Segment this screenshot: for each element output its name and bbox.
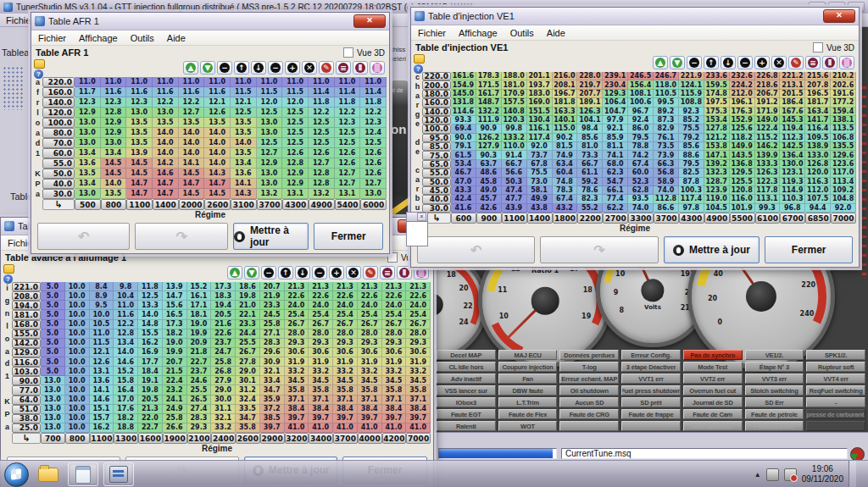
row-header[interactable]: 220.0 [422, 72, 451, 80]
table-cell[interactable]: 19.4 [211, 301, 236, 310]
table-cell[interactable]: 11.0 [282, 77, 309, 87]
table-cell[interactable]: 26.5 [187, 396, 212, 405]
column-header[interactable]: 3400 [309, 433, 333, 444]
column-header[interactable]: 6700 [780, 213, 805, 224]
table-cell[interactable]: 11.8 [335, 97, 361, 108]
vue-3d-toggle[interactable]: Vue 3D [813, 42, 854, 53]
table-cell[interactable]: 14.0 [153, 128, 179, 138]
table-cell[interactable]: 15.5 [138, 329, 163, 339]
column-header[interactable]: 4900 [704, 213, 730, 224]
table-cell[interactable]: 52.3 [628, 178, 654, 186]
table-cell[interactable]: 10.0 [65, 339, 90, 348]
table-cell[interactable]: 17.7 [138, 357, 163, 367]
table-cell[interactable]: 181.8 [553, 98, 578, 107]
table-cell[interactable]: 14.7 [126, 189, 153, 199]
table-cell[interactable]: 19.1 [138, 376, 163, 385]
table-cell[interactable]: 104.5 [704, 204, 730, 213]
close-window-button[interactable]: Fermer [314, 223, 383, 250]
table-cell[interactable]: 232.6 [730, 72, 755, 80]
table-cell[interactable]: 136.8 [730, 160, 755, 169]
table-cell[interactable]: 37.1 [309, 396, 333, 405]
table-cell[interactable]: 22.7 [138, 423, 163, 433]
table-cell[interactable]: 25.5 [187, 385, 212, 395]
column-header[interactable]: 1100 [502, 213, 527, 224]
table-cell[interactable]: 38.4 [382, 405, 407, 414]
vue-3d-checkbox[interactable] [343, 47, 353, 58]
table-cell[interactable]: 119.3 [780, 178, 805, 186]
column-header[interactable]: 4900 [309, 199, 335, 210]
table-cell[interactable]: 13.1 [90, 367, 114, 376]
table-cell[interactable]: 22.6 [309, 291, 333, 301]
table-cell[interactable]: 99.8 [502, 125, 527, 133]
column-header[interactable]: 5400 [335, 199, 361, 210]
table-cell[interactable]: 126.2 [476, 134, 502, 142]
table-cell[interactable]: 46.7 [451, 169, 476, 177]
table-cell[interactable]: 11.8 [309, 97, 335, 108]
redo-button[interactable]: ↷ [135, 223, 227, 250]
table-cell[interactable]: 14.3 [204, 169, 231, 179]
edit-pencil-icon[interactable]: ✎ [788, 56, 804, 69]
table-cell[interactable]: 24.0 [309, 301, 333, 310]
table-cell[interactable]: 29.3 [406, 339, 431, 348]
table-cell[interactable]: 43.9 [502, 204, 527, 213]
table-cell[interactable]: 10.0 [65, 405, 90, 414]
shift-up-icon[interactable]: ↑ [704, 56, 719, 69]
table-cell[interactable]: 10.0 [65, 385, 90, 395]
table-cell[interactable]: 13.4 [75, 148, 101, 158]
table-cell[interactable]: 178.3 [476, 72, 502, 80]
table-cell[interactable]: 113.1 [755, 195, 781, 203]
table-cell[interactable]: 73.5 [654, 142, 679, 151]
table-cell[interactable]: 11.5 [282, 87, 309, 97]
table-cell[interactable]: 11.0 [360, 77, 387, 87]
column-header[interactable]: 2600 [236, 433, 260, 444]
table-cell[interactable]: 193.7 [527, 80, 553, 89]
table-cell[interactable]: 41.0 [382, 423, 407, 433]
table-cell[interactable]: 28.0 [406, 329, 431, 339]
table-cell[interactable]: 16.9 [138, 348, 163, 357]
table-cell[interactable]: 12.2 [309, 108, 335, 118]
table-cell[interactable]: 63.7 [476, 160, 502, 169]
window-titlebar[interactable]: Table AFR 1✕ [31, 13, 389, 30]
table-cell[interactable]: 35.8 [358, 385, 382, 395]
table-cell[interactable]: 12.5 [309, 128, 335, 138]
table-cell[interactable]: 12.5 [282, 128, 309, 138]
table-cell[interactable]: 33.2 [382, 367, 407, 376]
table-cell[interactable]: 81.5 [553, 142, 578, 151]
table-cell[interactable]: 35.8 [285, 385, 309, 395]
table-cell[interactable]: 93.3 [451, 116, 476, 125]
table-cell[interactable]: 207.7 [577, 90, 603, 98]
table-cell[interactable]: 60.4 [553, 169, 578, 177]
table-cell[interactable]: 31.9 [406, 357, 431, 367]
table-cell[interactable]: 35.8 [309, 385, 333, 395]
table-cell[interactable]: 12.5 [257, 138, 283, 148]
table-cell[interactable]: 15.6 [163, 301, 187, 310]
table-cell[interactable]: 246.5 [628, 72, 654, 80]
lower-values-icon[interactable]: ▼ [670, 56, 685, 69]
table-cell[interactable]: 14.1 [90, 385, 114, 395]
column-bars-icon[interactable]: ⦀ [822, 56, 837, 69]
table-cell[interactable]: 213.1 [780, 80, 805, 89]
table-cell[interactable]: 22.6 [358, 291, 382, 301]
column-header[interactable]: 1600 [138, 433, 163, 444]
table-cell[interactable]: 14.1 [231, 179, 257, 189]
table-cell[interactable]: 30.6 [309, 348, 333, 357]
table-cell[interactable]: 69.4 [451, 125, 476, 133]
table-cell[interactable]: 11.6 [204, 87, 231, 97]
table-cell[interactable]: 31.9 [382, 357, 407, 367]
table-cell[interactable]: 116.4 [805, 125, 831, 133]
column-header[interactable]: 1300 [114, 433, 138, 444]
table-cell[interactable]: 25.4 [406, 310, 431, 319]
table-cell[interactable]: 14.0 [153, 148, 179, 158]
table-cell[interactable]: 24.0 [406, 301, 431, 310]
table-cell[interactable]: 15.1 [90, 405, 114, 414]
table-cell[interactable]: 18.2 [114, 414, 138, 423]
row-header[interactable]: 25.0 [12, 423, 41, 433]
table-cell[interactable]: 13.0 [41, 423, 65, 433]
table-cell[interactable]: 30.6 [333, 348, 358, 357]
table-cell[interactable]: 33.4 [260, 376, 285, 385]
table-cell[interactable]: 34.5 [333, 376, 358, 385]
table-cell[interactable]: 113.5 [831, 125, 856, 133]
table-cell[interactable]: 78.8 [628, 142, 654, 151]
table-cell[interactable]: 5.0 [41, 357, 65, 367]
table-cell[interactable]: 24.0 [333, 301, 358, 310]
